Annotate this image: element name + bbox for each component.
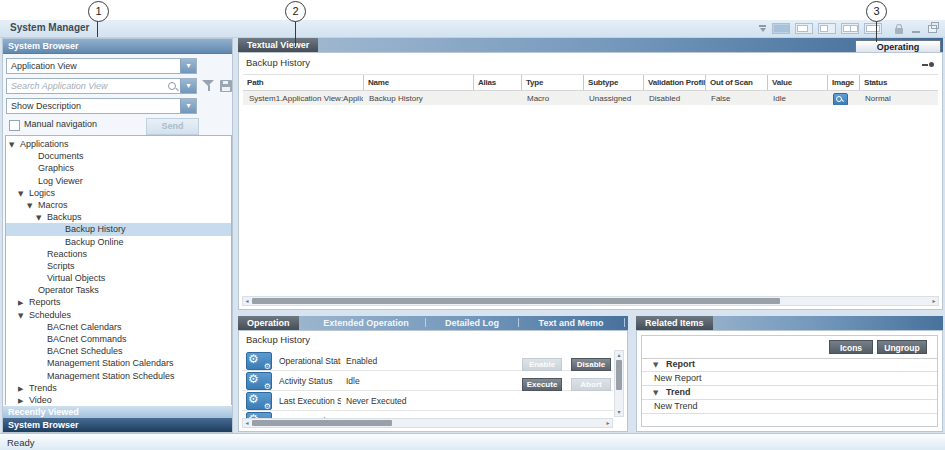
tree-item[interactable]: BACnet Commands <box>6 333 231 345</box>
view-selector-value: Application View <box>11 61 77 71</box>
view-selector-dropdown[interactable]: Application View <box>6 58 197 74</box>
scrollbar-thumb[interactable] <box>252 420 392 426</box>
tree-item-label: BACnet Schedules <box>47 346 123 356</box>
disable-button[interactable]: Disable <box>571 358 611 371</box>
restore-button[interactable] <box>928 25 937 33</box>
send-button[interactable]: Send <box>146 118 199 135</box>
execute-button[interactable]: Execute <box>522 378 562 391</box>
column-header[interactable]: Path <box>243 75 363 90</box>
tree-item-label: BACnet Calendars <box>47 322 122 332</box>
chevron-down-icon[interactable] <box>180 59 196 73</box>
tab-detailed-log[interactable]: Detailed Log <box>426 316 518 330</box>
operation-vertical-scrollbar[interactable]: ▴ ▾ <box>614 350 624 417</box>
collapse-toolbar-icon[interactable] <box>758 24 767 33</box>
column-header[interactable]: Type <box>521 75 583 90</box>
related-item[interactable]: New Trend <box>642 400 937 414</box>
column-header[interactable]: Alias <box>473 75 521 90</box>
tree-item-label: Graphics <box>38 163 74 173</box>
viewer-horizontal-scrollbar[interactable]: ◂ ▸ <box>242 296 939 306</box>
tree-item[interactable]: Management Station Schedules <box>6 370 231 382</box>
tree-item[interactable]: Scripts <box>6 260 231 272</box>
tree-item[interactable]: ▼Logics <box>6 187 231 199</box>
column-header[interactable]: Value <box>767 75 827 90</box>
status-text: Ready <box>7 437 34 448</box>
view-layout-button-4[interactable] <box>841 23 859 34</box>
tree-item[interactable]: ▼Schedules <box>6 309 231 321</box>
tab-extended-operation[interactable]: Extended Operation <box>307 316 425 330</box>
tree-item[interactable]: Backup History <box>6 223 231 235</box>
tree-item-label: Backup History <box>65 224 126 234</box>
tree-item[interactable]: BACnet Schedules <box>6 345 231 357</box>
scrollbar-thumb[interactable] <box>252 298 780 304</box>
related-item[interactable]: New Report <box>642 372 937 386</box>
search-icon <box>168 82 176 90</box>
tab-text-and-memo[interactable]: Text and Memo <box>519 316 623 330</box>
manual-navigation-checkbox[interactable] <box>9 120 20 131</box>
tree-expander-icon[interactable]: ▼ <box>36 212 47 224</box>
related-items-body: Icons Ungroup ▼ReportNew Report▼TrendNew… <box>636 330 943 432</box>
pin-icon[interactable] <box>922 62 934 67</box>
search-input[interactable]: Search Application View <box>6 78 197 94</box>
view-layout-button-2[interactable] <box>795 23 813 34</box>
recently-viewed-bar[interactable]: Recently Viewed <box>3 405 232 418</box>
description-selector-dropdown[interactable]: Show Description <box>6 98 197 114</box>
tree-item[interactable]: ▶Reports <box>6 296 231 308</box>
scrollbar-thumb[interactable] <box>616 360 622 390</box>
tree-item[interactable]: ▼Applications <box>6 138 231 150</box>
enable-button[interactable]: Enable <box>522 358 562 371</box>
operation-horizontal-scrollbar[interactable]: ◂ ▸ <box>242 418 613 428</box>
minimize-button[interactable] <box>912 31 920 33</box>
chevron-down-icon[interactable]: ▼ <box>642 387 666 400</box>
tree-item[interactable]: ▼Backups <box>6 211 231 223</box>
table-row[interactable]: System1.Application View:Applicatio...Ba… <box>243 91 938 105</box>
tree-item[interactable]: Graphics <box>6 162 231 174</box>
view-layout-button-5[interactable] <box>864 23 882 34</box>
view-layout-button-3[interactable] <box>818 23 836 34</box>
tree-item[interactable]: Virtual Objects <box>6 272 231 284</box>
tab-related-items[interactable]: Related Items <box>636 316 713 330</box>
callout-3-line <box>876 20 877 42</box>
abort-button[interactable]: Abort <box>571 378 611 391</box>
ungroup-button[interactable]: Ungroup <box>877 340 927 354</box>
view-layout-button-1[interactable] <box>772 23 790 34</box>
filter-icon[interactable] <box>202 79 215 92</box>
tree-item[interactable]: ▶Trends <box>6 382 231 394</box>
tree-item[interactable]: Reactions <box>6 248 231 260</box>
tree-expander-icon[interactable]: ▶ <box>18 297 29 309</box>
system-browser-header[interactable]: System Browser <box>3 39 232 54</box>
related-item-label: New Report <box>654 373 702 383</box>
related-group-header[interactable]: ▼Report <box>642 358 937 372</box>
image-magnifier-button[interactable] <box>833 93 848 106</box>
column-header[interactable]: Subtype <box>583 75 643 90</box>
tree-item[interactable]: Log Viewer <box>6 175 231 187</box>
tab-operation[interactable]: Operation <box>238 316 299 330</box>
save-search-icon[interactable] <box>220 80 232 92</box>
tree-item[interactable]: Management Station Calendars <box>6 357 231 369</box>
search-placeholder: Search Application View <box>11 81 108 91</box>
column-header[interactable]: Name <box>363 75 473 90</box>
textual-viewer-panel: Backup History PathNameAliasTypeSubtypeV… <box>238 52 943 310</box>
chevron-down-icon[interactable] <box>180 99 196 113</box>
tree-item[interactable]: BACnet Calendars <box>6 321 231 333</box>
icons-button[interactable]: Icons <box>829 340 873 354</box>
column-header[interactable]: Status <box>859 75 923 90</box>
manual-navigation-row: Manual navigation Send <box>3 118 232 134</box>
related-items-toolbar: Icons Ungroup <box>642 336 937 359</box>
chevron-down-icon[interactable] <box>180 79 196 93</box>
chevron-down-icon[interactable]: ▼ <box>642 359 666 372</box>
column-header[interactable]: Validation Profile <box>643 75 705 90</box>
tab-textual-viewer[interactable]: Textual Viewer <box>238 38 318 52</box>
tree-expander-icon[interactable]: ▼ <box>18 310 29 322</box>
related-group-header[interactable]: ▼Trend <box>642 386 937 400</box>
lock-icon[interactable] <box>895 28 903 34</box>
status-bar: Ready <box>0 433 945 450</box>
column-header[interactable]: Image <box>827 75 859 90</box>
tree-item[interactable]: Documents <box>6 150 231 162</box>
system-browser-tree: ▼ApplicationsDocumentsGraphicsLog Viewer… <box>5 135 232 407</box>
system-browser-footer-bar[interactable]: System Browser <box>3 418 232 432</box>
tree-expander-icon[interactable]: ▼ <box>9 139 20 151</box>
tree-item[interactable]: Operator Tasks <box>6 284 231 296</box>
tree-item[interactable]: ▼Macros <box>6 199 231 211</box>
tree-item[interactable]: Backup Online <box>6 236 231 248</box>
column-header[interactable]: Out of Scan <box>705 75 767 90</box>
